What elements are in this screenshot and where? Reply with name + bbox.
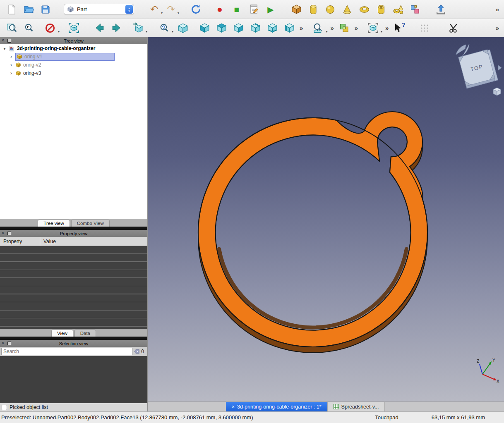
navcube-mini-cube-icon[interactable] [493, 88, 501, 96]
tree-row-oring-v2[interactable]: › oring-v2 [0, 61, 147, 69]
value-column-header[interactable]: Value [40, 239, 56, 244]
navigation-style-indicator[interactable]: Touchpad [375, 414, 398, 421]
property-view-panel-header: × Property view [0, 230, 147, 237]
refresh-button[interactable] [188, 2, 203, 17]
question-mark-icon: ? [402, 22, 406, 28]
property-panel-float-icon[interactable] [7, 232, 11, 235]
part-primitives-button[interactable] [391, 2, 406, 17]
oring-v2-disclosure-icon[interactable]: › [9, 62, 13, 68]
linked-dropdown-caret-icon[interactable]: ▾ [146, 30, 147, 36]
property-column-header[interactable]: Property [0, 237, 40, 246]
sync-view-dropdown-caret-icon[interactable]: ▾ [172, 30, 173, 36]
part-sphere-icon [325, 4, 336, 15]
part-box-button[interactable] [289, 2, 304, 17]
close-document-tab-icon[interactable]: × [232, 404, 235, 410]
redo-dropdown-caret-icon[interactable]: ▾ [178, 11, 179, 17]
whats-this-button[interactable]: ? [391, 21, 406, 36]
tree-row-document[interactable]: ▾ 3d-printing-oring-cable-organizer [0, 44, 147, 53]
panel-splitter[interactable] [0, 227, 147, 230]
part-tube-button[interactable] [374, 2, 389, 17]
view-rear-button[interactable] [248, 21, 263, 36]
part-boolean-button[interactable] [337, 21, 352, 36]
view-top-button[interactable] [214, 21, 229, 36]
nav-back-button[interactable] [92, 21, 107, 36]
new-document-button[interactable] [4, 2, 19, 17]
view-group-overflow-button[interactable]: » [299, 24, 304, 31]
selection-filter-caret-icon[interactable]: ▾ [381, 30, 382, 36]
view-isometric-button[interactable] [175, 21, 190, 36]
view-right-button[interactable] [231, 21, 246, 36]
tree-row-oring-v1[interactable]: › oring-v1 [0, 53, 147, 61]
tab-document-oring[interactable]: × 3d-printing-oring-cable-organizer : 1* [226, 402, 327, 411]
tab-data[interactable]: Data [74, 330, 96, 337]
toolbar1-overflow-button[interactable]: » [495, 6, 500, 13]
navigation-cube[interactable]: TOP [450, 40, 502, 98]
document-disclosure-icon[interactable]: ▾ [2, 46, 7, 51]
undo-dropdown-caret-icon[interactable]: ▾ [161, 11, 163, 17]
tree-row-oring-v3[interactable]: › oring-v3 [0, 69, 147, 77]
open-document-button[interactable] [21, 2, 36, 17]
macro-record-button[interactable]: ● [212, 2, 227, 17]
undo-button[interactable]: ↶ [148, 2, 161, 17]
tree-panel-float-icon[interactable] [7, 39, 11, 43]
panel-splitter[interactable] [0, 337, 147, 340]
oring-v3-disclosure-icon[interactable]: › [9, 70, 13, 76]
shape-builder-button[interactable] [408, 2, 422, 17]
oring-v1-selection-highlight[interactable]: oring-v1 [15, 53, 115, 61]
selection-overflow-button[interactable]: » [384, 24, 389, 31]
tab-combo-view[interactable]: Combo View [71, 220, 110, 227]
save-document-button[interactable] [38, 2, 53, 17]
macro-edit-button[interactable] [246, 2, 261, 17]
spreadsheet-icon [334, 404, 339, 409]
nav-forward-button[interactable] [109, 21, 124, 36]
export-button[interactable] [433, 2, 448, 17]
cut-button[interactable] [446, 21, 461, 36]
part-sphere-button[interactable] [323, 2, 338, 17]
selection-search-input[interactable] [1, 348, 132, 355]
property-panel-title: Property view [0, 231, 147, 236]
go-to-linked-object-button[interactable] [130, 21, 145, 36]
tab-tree-view[interactable]: Tree view [38, 220, 70, 227]
measure-button[interactable] [310, 21, 325, 36]
view-left-button[interactable] [282, 21, 297, 36]
toolbar2-overflow-button[interactable]: » [495, 24, 500, 31]
part-cone-button[interactable] [340, 2, 355, 17]
tab-document-spreadsheet[interactable]: Spreadsheet-v... [327, 402, 385, 411]
document-tab-bar: × 3d-printing-oring-cable-organizer : 1*… [148, 401, 504, 411]
clear-search-icon[interactable] [134, 349, 140, 354]
selection-panel-close-icon[interactable]: × [2, 341, 4, 345]
view-bottom-button[interactable] [265, 21, 280, 36]
sync-view-button[interactable] [156, 21, 171, 36]
macro-stop-button[interactable]: ■ [229, 2, 244, 17]
workbench-selected-label: Part [77, 6, 122, 12]
bounding-box-button[interactable] [66, 21, 81, 36]
measure-overflow-button[interactable]: » [329, 24, 334, 31]
draw-style-button[interactable] [43, 21, 58, 36]
redo-button[interactable]: ↷ [165, 2, 177, 17]
selection-filter-button[interactable] [365, 21, 380, 36]
oring-v1-disclosure-icon[interactable]: › [9, 54, 13, 60]
3d-viewport[interactable]: TOP X Y Z [148, 37, 504, 411]
fit-all-button[interactable] [4, 21, 19, 36]
oring-top-face[interactable] [198, 112, 427, 347]
view-front-button[interactable] [197, 21, 212, 36]
draw-style-icon [45, 23, 55, 33]
fit-selection-button[interactable] [21, 21, 36, 36]
measure-dropdown-caret-icon[interactable]: ▾ [326, 30, 327, 36]
workbench-stepper[interactable]: ▴ ▾ [125, 5, 133, 14]
property-panel-close-icon[interactable]: × [2, 231, 4, 235]
boolean-overflow-button[interactable]: » [354, 24, 359, 31]
part-torus-button[interactable] [357, 2, 372, 17]
tab-view[interactable]: View [51, 330, 73, 337]
navcube-arrow-right-icon[interactable] [498, 65, 502, 70]
macro-run-button[interactable]: ▶ [263, 2, 278, 17]
back-arrow-icon [94, 22, 105, 33]
workbench-selector[interactable]: Part ▴ ▾ [64, 4, 134, 15]
transform-disabled-button[interactable] [417, 21, 432, 36]
tree-panel-close-icon[interactable]: × [2, 38, 4, 43]
draw-style-dropdown-caret-icon[interactable]: ▾ [58, 30, 60, 36]
picked-object-list-row[interactable]: Picked object list [0, 403, 147, 411]
part-cylinder-button[interactable] [306, 2, 321, 17]
picked-object-list-checkbox[interactable] [2, 405, 7, 410]
selection-panel-float-icon[interactable] [7, 342, 11, 345]
